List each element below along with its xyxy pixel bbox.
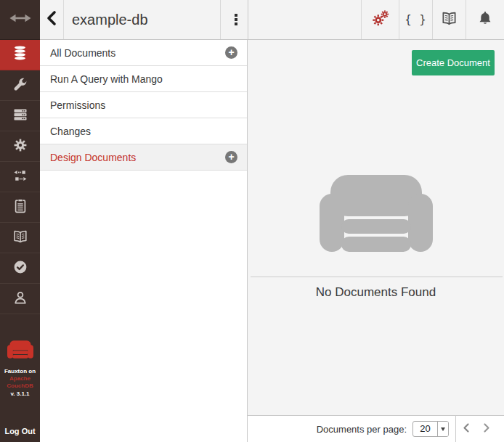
- nav-item-all-documents[interactable]: All Documents: [40, 40, 247, 66]
- nav-item-label: Design Documents: [50, 152, 136, 163]
- kebab-dot: [235, 18, 237, 20]
- sidebar-item-config[interactable]: [0, 131, 40, 162]
- fauxton-app: Fauxton on Apache CouchDB v. 3.1.1 Log O…: [0, 0, 504, 442]
- header-divider: [248, 0, 248, 39]
- back-chevron-icon: [46, 9, 57, 30]
- database-icon: [11, 44, 29, 65]
- next-page-button[interactable]: [476, 416, 497, 442]
- sidebar-item-account[interactable]: [0, 284, 40, 314]
- nav-item-mango-query[interactable]: Run A Query with Mango: [40, 66, 247, 92]
- sidebar-item-setup[interactable]: [0, 70, 40, 101]
- back-button[interactable]: [40, 0, 64, 39]
- kebab-dot: [235, 22, 237, 25]
- apache-couchdb-link[interactable]: Apache CouchDB: [5, 375, 36, 390]
- double-arrow-icon: [9, 13, 31, 26]
- clipboard-icon: [12, 197, 29, 218]
- verify-check-icon: [12, 258, 29, 279]
- per-page-label: Documents per page:: [317, 424, 407, 435]
- json-api-button[interactable]: { }: [399, 0, 432, 39]
- user-account-icon: [12, 289, 29, 309]
- documentation-button[interactable]: [432, 0, 466, 39]
- nav-item-label: Permissions: [50, 99, 105, 111]
- database-nav-panel: All Documents Run A Query with Mango Per…: [40, 40, 248, 442]
- logo-prefix-text: Fauxton on: [0, 367, 40, 375]
- db-options-kebab-button[interactable]: [226, 0, 246, 39]
- empty-state-message: No Documents Found: [248, 285, 504, 300]
- pagination-footer: Documents per page: 20: [248, 415, 504, 442]
- nav-item-changes[interactable]: Changes: [40, 118, 247, 144]
- setup-wrench-icon: [12, 75, 29, 96]
- create-document-button[interactable]: Create Document: [412, 50, 495, 75]
- json-braces-icon: { }: [405, 13, 426, 26]
- admin-party-button[interactable]: [361, 0, 399, 39]
- database-title: example-db: [72, 0, 148, 39]
- add-document-button[interactable]: [225, 46, 237, 59]
- empty-state-divider: [251, 277, 503, 277]
- sidebar-item-active-tasks[interactable]: [0, 101, 40, 131]
- header-divider: [220, 0, 221, 39]
- chevron-left-icon: [462, 422, 471, 436]
- sidebar-item-documentation[interactable]: [0, 223, 40, 253]
- top-header: example-db: [40, 0, 504, 40]
- per-page-value: 20: [413, 422, 437, 436]
- sidebar-item-verify[interactable]: [0, 253, 40, 284]
- notifications-button[interactable]: [466, 0, 504, 39]
- select-dropdown-arrow-icon: [437, 422, 448, 436]
- documentation-book-icon: [440, 9, 458, 30]
- kebab-dot: [235, 14, 237, 16]
- documentation-book-icon: [12, 228, 29, 248]
- documents-main-area: Create Document No Documents Found Docum…: [248, 40, 504, 442]
- sidebar-collapse-button[interactable]: [0, 0, 40, 40]
- primary-sidebar: Fauxton on Apache CouchDB v. 3.1.1 Log O…: [0, 0, 40, 442]
- nav-item-label: All Documents: [50, 47, 115, 59]
- nav-item-label: Run A Query with Mango: [50, 73, 163, 85]
- nav-item-label: Changes: [50, 126, 91, 137]
- add-design-document-button[interactable]: [225, 151, 237, 163]
- couchdb-couch-logo-icon: [0, 340, 40, 361]
- config-gear-icon: [12, 136, 29, 157]
- gears-icon: [370, 8, 391, 31]
- nav-item-permissions[interactable]: Permissions: [40, 92, 247, 118]
- empty-couch-illustration-icon: [320, 175, 433, 255]
- chevron-right-icon: [482, 422, 491, 436]
- active-tasks-icon: [12, 106, 29, 126]
- sidebar-item-active-tasks-clipboard[interactable]: [0, 192, 40, 223]
- version-text: v. 3.1.1: [0, 390, 40, 398]
- previous-page-button[interactable]: [456, 416, 476, 442]
- fauxton-logo[interactable]: Fauxton on Apache CouchDB v. 3.1.1: [0, 340, 40, 398]
- logout-button[interactable]: Log Out: [0, 427, 40, 435]
- per-page-select[interactable]: 20: [412, 421, 449, 437]
- sidebar-item-databases[interactable]: [0, 40, 40, 70]
- replication-icon: [12, 167, 29, 187]
- sidebar-item-replication[interactable]: [0, 162, 40, 192]
- notification-bell-icon: [476, 9, 494, 30]
- nav-item-design-documents[interactable]: Design Documents: [40, 144, 247, 171]
